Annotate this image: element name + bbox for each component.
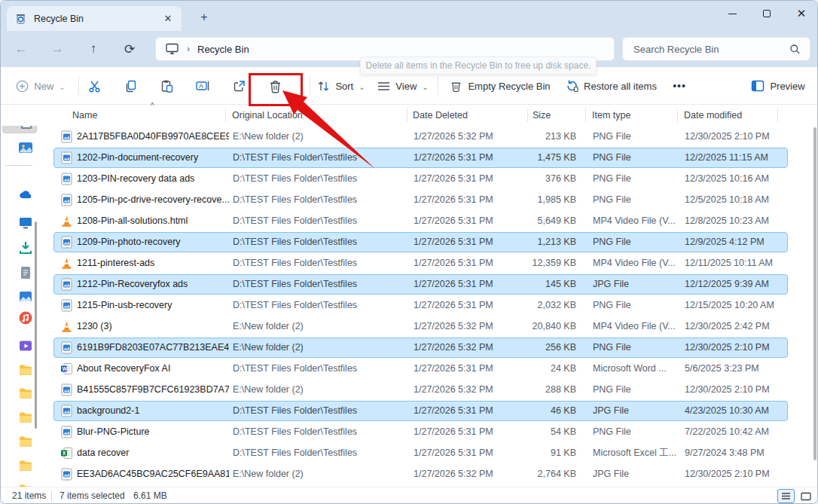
column-header-date-deleted[interactable]: Date Deleted: [413, 105, 468, 126]
sidebar-item-folder[interactable]: [2, 382, 37, 405]
sidebar-item-music[interactable]: [2, 307, 37, 329]
sort-ascending-icon: ^: [151, 102, 154, 110]
file-row[interactable]: 1202-Pin-document-recoveryD:\TEST Files …: [53, 148, 788, 168]
rename-button[interactable]: A: [189, 73, 216, 99]
column-divider[interactable]: [407, 108, 407, 122]
file-item-type: JPG File: [593, 465, 677, 484]
file-size: 91 KB: [480, 444, 576, 463]
tab-close-icon[interactable]: ✕: [160, 11, 176, 26]
sidebar-item-desktop[interactable]: [2, 212, 37, 234]
details-view-button[interactable]: [777, 489, 795, 503]
file-date-modified: 12/15/2025 10:20 AM: [685, 296, 784, 315]
forward-button[interactable]: →: [44, 37, 70, 61]
column-divider[interactable]: [225, 108, 226, 122]
file-name[interactable]: EE3AD6AC45BC9AC25CF6E9AA812...: [77, 465, 229, 484]
cut-button[interactable]: [81, 73, 108, 99]
column-divider[interactable]: [677, 108, 678, 122]
file-row[interactable]: WAbout RecoveryFox AID:\TEST Files Folde…: [53, 359, 788, 379]
file-row[interactable]: 1215-Pin-usb-recoveryD:\TEST Files Folde…: [53, 295, 788, 316]
file-row[interactable]: 1203-PIN-recovery data adsD:\TEST Files …: [53, 169, 788, 189]
column-header-original-location[interactable]: Original Location: [232, 105, 303, 126]
file-name[interactable]: 1202-Pin-document-recovery: [77, 148, 229, 167]
file-row[interactable]: B41555C857F9B7CFC61923BD7A78...E:\New fo…: [53, 380, 788, 400]
column-header-item-type[interactable]: Item type: [592, 105, 630, 126]
minimize-button[interactable]: [715, 1, 749, 26]
refresh-button[interactable]: ⟳: [117, 37, 142, 61]
file-row[interactable]: 1212-Pin-Recoveryfox adsD:\TEST Files Fo…: [53, 274, 788, 295]
search-input[interactable]: Search Recycle Bin: [633, 44, 789, 55]
file-name[interactable]: 1230 (3): [77, 317, 229, 336]
empty-recycle-bin-icon: [450, 79, 462, 93]
new-tab-button[interactable]: +: [194, 8, 215, 27]
large-icons-view-button[interactable]: [797, 489, 814, 503]
file-row[interactable]: Xdata recoverD:\TEST Files Folder\Testfi…: [53, 443, 788, 463]
preview-button[interactable]: Preview: [748, 73, 808, 99]
sidebar-item-gallery[interactable]: [2, 136, 37, 159]
file-row[interactable]: 1208-Pin-all-solutions.htmlD:\TEST Files…: [53, 211, 788, 231]
file-name[interactable]: 1215-Pin-usb-recovery: [77, 296, 229, 315]
file-name[interactable]: data recover: [77, 444, 229, 463]
file-row[interactable]: 1209-Pin-photo-recoveryD:\TEST Files Fol…: [53, 232, 788, 252]
file-name[interactable]: About RecoveryFox AI: [77, 359, 229, 378]
sidebar-item-folder[interactable]: [2, 406, 37, 429]
file-row[interactable]: 6191B9FD8203E07AC77B213EAE40...E:\New fo…: [53, 338, 788, 358]
file-original-location: E:\New folder (2): [233, 317, 404, 336]
file-name[interactable]: 1209-Pin-photo-recovery: [77, 233, 229, 252]
delete-button[interactable]: [261, 73, 288, 99]
close-button[interactable]: ✕: [784, 1, 818, 26]
view-button[interactable]: View ⌄: [374, 73, 432, 99]
search-box[interactable]: Search Recycle Bin: [622, 37, 810, 61]
file-row[interactable]: 2A117B5FBA0D40FB9970AE8CEE93...E:\New fo…: [53, 127, 788, 147]
file-name[interactable]: B41555C857F9B7CFC61923BD7A78...: [77, 380, 229, 399]
sidebar-item-downloads[interactable]: [2, 237, 37, 259]
file-date-modified: 12/30/2025 2:10 PM: [685, 380, 784, 399]
file-row[interactable]: Blur-PNG-PictureD:\TEST Files Folder\Tes…: [53, 422, 788, 442]
sidebar-item-onedrive[interactable]: [2, 184, 37, 206]
file-name[interactable]: background2-1: [77, 402, 229, 420]
column-header-name[interactable]: Name: [72, 105, 97, 126]
column-divider[interactable]: [527, 108, 528, 122]
sidebar-item-pictures[interactable]: [2, 286, 37, 308]
new-button[interactable]: New ⌄: [11, 73, 70, 99]
sidebar-item-folder[interactable]: [2, 359, 37, 381]
file-name[interactable]: 1203-PIN-recovery data ads: [77, 170, 229, 188]
sidebar-item-documents[interactable]: [2, 261, 37, 284]
folder-icon: [17, 362, 34, 378]
back-button[interactable]: ←: [8, 37, 34, 61]
file-name[interactable]: 6191B9FD8203E07AC77B213EAE40...: [77, 338, 229, 357]
column-divider[interactable]: [585, 108, 586, 122]
sidebar-item-folder[interactable]: [2, 478, 37, 487]
view-icon: [377, 81, 390, 92]
file-name[interactable]: 2A117B5FBA0D40FB9970AE8CEE93...: [77, 127, 229, 146]
column-divider[interactable]: [777, 108, 778, 122]
file-name[interactable]: 1208-Pin-all-solutions.html: [77, 212, 229, 231]
file-name[interactable]: Blur-PNG-Picture: [77, 423, 229, 441]
sort-button[interactable]: Sort ⌄: [314, 73, 368, 99]
file-name[interactable]: 1205-Pin-pc-drive-recovery-recove...: [77, 191, 229, 209]
breadcrumb[interactable]: Recycle Bin: [197, 44, 249, 55]
file-name[interactable]: 1212-Pin-Recoveryfox ads: [77, 275, 229, 294]
column-header-size[interactable]: Size: [533, 105, 551, 126]
copy-button[interactable]: [117, 73, 144, 99]
column-header-date-modified[interactable]: Date modified: [684, 105, 742, 126]
file-row[interactable]: EE3AD6AC45BC9AC25CF6E9AA812...E:\New fol…: [53, 464, 788, 484]
list-scrollbar[interactable]: [813, 127, 816, 460]
tab-recycle-bin[interactable]: Recycle Bin ✕: [7, 6, 182, 31]
up-button[interactable]: ↑: [81, 37, 106, 61]
maximize-button[interactable]: [749, 1, 784, 26]
share-button[interactable]: [225, 73, 252, 99]
restore-all-items-button[interactable]: Restore all items: [560, 73, 662, 99]
sidebar-scrollbar[interactable]: [35, 221, 37, 429]
rename-icon: A: [195, 79, 210, 93]
empty-recycle-bin-button[interactable]: Empty Recycle Bin: [445, 73, 555, 99]
file-row[interactable]: 1205-Pin-pc-drive-recovery-recove...D:\T…: [53, 190, 788, 210]
file-row[interactable]: 1211-pinterest-adsD:\TEST Files Folder\T…: [53, 253, 788, 273]
sidebar-item-folder[interactable]: [2, 430, 37, 453]
file-row[interactable]: background2-1D:\TEST Files Folder\Testfi…: [53, 401, 788, 421]
paste-button[interactable]: [153, 73, 180, 99]
file-row[interactable]: 1230 (3)E:\New folder (2)1/27/2026 5:32 …: [53, 316, 788, 337]
more-options-button[interactable]: •••: [667, 73, 692, 99]
sidebar-item-videos[interactable]: [2, 334, 37, 357]
sidebar-item-folder[interactable]: [2, 454, 37, 477]
file-name[interactable]: 1211-pinterest-ads: [77, 254, 229, 273]
